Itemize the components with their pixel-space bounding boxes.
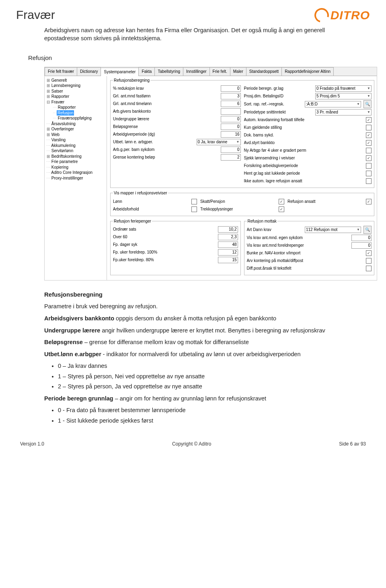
combobox[interactable]: 3 Pr. måned▼: [315, 109, 372, 116]
text-input[interactable]: 2,3: [218, 234, 238, 240]
field-label: Arb.givers bankkonto: [113, 109, 218, 114]
checkbox[interactable]: ✓: [366, 117, 372, 123]
tab-frie-felt-[interactable]: Frie felt.: [209, 67, 230, 76]
tree-node[interactable]: ⋯ Varsling: [45, 137, 106, 143]
combobox[interactable]: 0 Fradato på fraværet▼: [315, 85, 372, 92]
tree-node[interactable]: ⊞ Generelt: [45, 78, 106, 83]
combobox[interactable]: 5 Prosj.dim 5▼: [315, 93, 372, 99]
text-input[interactable]: 15: [218, 257, 238, 263]
settings-tree[interactable]: ⊞ Generelt⊞ Lønnsberegning⊞ Satser⊞ Rapp…: [45, 76, 107, 281]
tab-dictionary[interactable]: Dictionary: [77, 67, 101, 76]
checkbox[interactable]: [366, 171, 372, 176]
text-input[interactable]: 12: [218, 249, 238, 256]
field-label: Refusjon ansatt: [287, 199, 363, 204]
field-label: Sort. rap. ref.->regnsk.: [244, 101, 303, 107]
combobox[interactable]: :A:B:D▼: [305, 101, 361, 107]
text-input[interactable]: 10,2: [218, 226, 238, 233]
tree-node[interactable]: ⊞ Bedriftskontering: [45, 154, 106, 159]
checkbox[interactable]: [366, 178, 372, 184]
tree-node[interactable]: ⊟ Fravær: [45, 99, 106, 105]
text-input[interactable]: 48: [218, 241, 238, 248]
text-input[interactable]: 6: [221, 101, 241, 107]
checkbox[interactable]: [191, 206, 197, 212]
tab-tabellstyring[interactable]: Tabellstyring: [154, 67, 183, 76]
chevron-down-icon: ▼: [357, 228, 360, 232]
tree-node[interactable]: ⋯ Proxy-innstillinger: [45, 175, 106, 181]
lookup-button[interactable]: 🔍: [363, 100, 372, 108]
text-input[interactable]: 0: [221, 116, 241, 122]
group-mottak: Refusjon mottak Art Dann krav112 Refusjo…: [244, 219, 375, 276]
field-label: Vis krav ant.mnd. egen sykdom: [247, 235, 349, 241]
tab-fakta[interactable]: Fakta: [138, 67, 155, 76]
field-label: Skatt/Pensjon: [200, 199, 276, 204]
checkbox[interactable]: ✓: [366, 140, 372, 146]
tree-node[interactable]: ⊞ Overføringer: [45, 126, 106, 132]
tab-frie-felt-frav-r[interactable]: Frie felt fravær: [45, 67, 77, 76]
checkbox[interactable]: [366, 125, 372, 130]
tree-node[interactable]: ⋯ Akkumulering: [45, 143, 106, 149]
checkbox[interactable]: [366, 163, 372, 169]
field-label: Ikke autom. lagre refusjon ansatt: [244, 178, 364, 184]
intro-paragraph: Arbeidsgivers navn og adresse kan hentes…: [44, 27, 358, 42]
tree-node[interactable]: ⊞ Rapporter: [45, 94, 106, 99]
text-input[interactable]: 0: [221, 124, 241, 130]
tree-node[interactable]: ⋯ Årsavslutning: [45, 121, 106, 127]
legend: Refusjonsberegning: [113, 78, 150, 83]
lookup-button[interactable]: 🔍: [363, 226, 372, 234]
field-label: Vis krav ant.mnd foreldrepenger: [247, 243, 349, 248]
tree-node[interactable]: ⋯ Kopiering: [45, 165, 106, 170]
legend: Vis mapper i refusjonsveiviser: [113, 190, 168, 196]
text-input[interactable]: 3: [221, 93, 241, 99]
settings-window: Frie felt fraværDictionarySystemparamete…: [44, 67, 377, 281]
tab-rapportdefinisjoner-altinn[interactable]: Rapportdefinisjoner Altinn: [281, 67, 334, 76]
checkbox[interactable]: [366, 258, 372, 264]
group-vismapper: Vis mapper i refusjonsveiviser LønnArbei…: [110, 190, 374, 216]
checkbox[interactable]: ✓: [366, 155, 372, 161]
page-title: Fravær: [16, 8, 55, 22]
field-label: Grense kontering beløp: [113, 155, 218, 160]
field-label: Bunke pr. NAV-kontor v/import: [247, 250, 364, 256]
field-label: Avd.styrt bankkto: [244, 140, 364, 146]
body-p5: Utbet.lønn e.arbgper - indikator for nor…: [44, 351, 358, 359]
footer-version: Versjon 1.0: [20, 441, 44, 447]
tree-node[interactable]: ⊞ Lønnsberegning: [45, 83, 106, 89]
checkbox[interactable]: [191, 199, 197, 204]
group-feriepenger: Refusjon feriepenger Ordinær sats10,2Ove…: [110, 219, 241, 276]
tab-innstillinger[interactable]: Innstillinger: [183, 67, 210, 76]
tree-node[interactable]: ⋯ Frie parametre: [45, 159, 106, 165]
tree-node[interactable]: ⋯ Aditro Core Integrasjon: [45, 170, 106, 175]
text-input[interactable]: 0: [351, 242, 372, 249]
text-input[interactable]: 0: [351, 235, 372, 241]
checkbox[interactable]: [366, 148, 372, 153]
checkbox[interactable]: ✓: [366, 250, 372, 256]
checkbox[interactable]: ✓: [279, 206, 284, 212]
checkbox[interactable]: ✓: [279, 199, 284, 204]
text-input[interactable]: [221, 108, 241, 115]
tree-node[interactable]: ⋯ Rapporter: [45, 105, 106, 110]
section-heading: Refusjon: [28, 54, 370, 61]
text-input[interactable]: 2: [221, 154, 241, 161]
checkbox[interactable]: [366, 266, 372, 271]
combobox[interactable]: 112 Refusjon mot▼: [305, 227, 361, 233]
field-label: Arbeidsforhold: [113, 206, 189, 212]
text-input[interactable]: 0: [221, 146, 241, 153]
checkbox[interactable]: ✓: [366, 199, 372, 204]
checkbox[interactable]: ✓: [366, 132, 372, 138]
field-label: Beløpsgrense: [113, 124, 218, 130]
tab-standardoppsett[interactable]: Standardoppsett: [246, 67, 282, 76]
field-label: Over 60: [113, 234, 216, 240]
tree-node[interactable]: ⋯ Refusjon: [45, 110, 106, 116]
tree-node[interactable]: ⊞ Web: [45, 132, 106, 138]
text-input[interactable]: 0: [221, 85, 241, 92]
body-p3: Undergruppe lærere angir hvilken undergr…: [44, 327, 358, 335]
text-input[interactable]: 16: [221, 131, 241, 138]
tab-systemparameter[interactable]: Systemparameter: [101, 68, 139, 76]
tree-node[interactable]: ⊞ Satser: [45, 89, 106, 94]
tree-node[interactable]: ⋯ Servitørlønn: [45, 148, 106, 154]
legend: Refusjon mottak: [247, 219, 277, 224]
combobox[interactable]: 0 Ja, krav danne▼: [197, 139, 241, 145]
aditro-logo: DITRO: [314, 8, 370, 23]
field-label: Fp. uker foreldrep. 100%: [113, 250, 216, 255]
tab-maler[interactable]: Maler: [230, 67, 246, 76]
tree-node[interactable]: ⋯ Fraværsoppfølging: [45, 116, 106, 121]
